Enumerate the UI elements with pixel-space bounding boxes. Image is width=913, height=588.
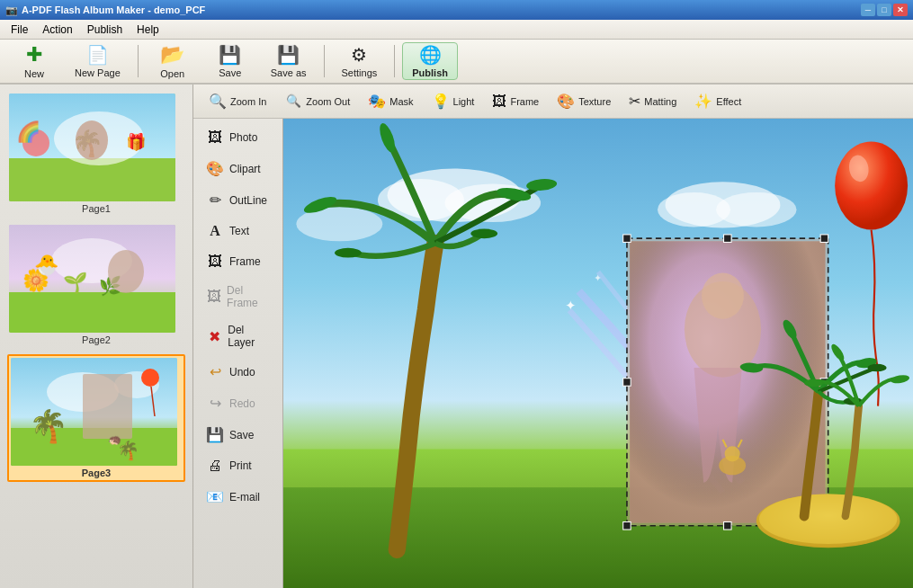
menu-help[interactable]: Help [130, 22, 166, 38]
tool-print[interactable]: 🖨 Print [196, 451, 280, 480]
zoom-in-button[interactable]: 🔍 Zoom In [201, 89, 274, 114]
menu-action[interactable]: Action [35, 22, 79, 38]
open-icon: 📂 [160, 43, 184, 67]
del-layer-icon: ✖ [206, 328, 222, 345]
page-thumb-1[interactable]: 🌈 🌴 🎁 Page1 [7, 92, 185, 216]
svg-text:🎁: 🎁 [126, 132, 147, 152]
save-as-label: Save as [271, 67, 307, 78]
outline-icon: ✏ [206, 192, 224, 209]
new-button[interactable]: ✚ New [7, 42, 61, 80]
tool-clipart[interactable]: 🎨 Clipart [196, 154, 280, 183]
frame-tool-icon: 🖼 [206, 254, 224, 270]
new-page-label: New Page [75, 67, 121, 78]
page-panel: 🌈 🌴 🎁 Page1 [0, 85, 193, 588]
menu-publish[interactable]: Publish [80, 22, 130, 38]
print-icon: 🖨 [206, 458, 224, 474]
light-label: Light [453, 96, 475, 107]
effect-label: Effect [716, 96, 741, 107]
tool-text[interactable]: A Text [196, 217, 280, 245]
svg-rect-9 [9, 292, 175, 333]
svg-point-41 [335, 248, 362, 258]
light-button[interactable]: 💡 Light [424, 89, 483, 114]
svg-point-51 [702, 273, 744, 319]
left-tools-panel: 🖼 Photo 🎨 Clipart ✏ OutLine A Text 🖼 [193, 119, 283, 588]
scene-svg: ✦ ✦ ✦ ✦ [283, 119, 913, 588]
tool-redo-label: Redo [229, 397, 255, 410]
tool-email-label: E-mail [229, 491, 260, 503]
text-tool-icon: A [206, 223, 224, 239]
bottom-content: 🖼 Photo 🎨 Clipart ✏ OutLine A Text 🖼 [193, 119, 913, 588]
tool-email[interactable]: 📧 E-mail [196, 482, 280, 512]
new-icon: ✚ [26, 43, 42, 67]
page3-thumbnail: 🌴 🌴 🦔 [11, 358, 177, 466]
toolbar-separator-2 [324, 45, 325, 77]
tool-photo[interactable]: 🖼 Photo [196, 123, 280, 152]
new-label: New [24, 68, 44, 79]
minimize-button[interactable]: ─ [861, 4, 875, 16]
menu-file[interactable]: File [4, 22, 35, 38]
mask-icon: 🎭 [368, 93, 386, 110]
publish-button[interactable]: 🌐 Publish [402, 42, 458, 80]
clipart-icon: 🎨 [206, 160, 224, 177]
tool-del-layer-label: Del Layer [228, 324, 270, 349]
redo-icon: ↪ [206, 395, 224, 412]
save-label: Save [219, 67, 241, 78]
tool-redo: ↪ Redo [196, 388, 280, 418]
toolbar-separator-1 [138, 45, 139, 77]
matting-button[interactable]: ✂ Matting [621, 89, 685, 114]
tool-del-layer[interactable]: ✖ Del Layer [196, 317, 280, 355]
tool-save[interactable]: 💾 Save [196, 420, 280, 450]
zoom-in-label: Zoom In [230, 96, 266, 107]
tool-outline[interactable]: ✏ OutLine [196, 185, 280, 215]
page1-thumbnail: 🌈 🌴 🎁 [9, 94, 175, 201]
page3-label: Page3 [11, 468, 182, 478]
svg-text:🌈: 🌈 [16, 120, 41, 144]
publish-label: Publish [412, 67, 448, 78]
toolbar-separator-3 [394, 45, 395, 77]
svg-rect-23 [83, 374, 132, 439]
svg-point-6 [76, 120, 108, 160]
publish-icon: 🌐 [419, 44, 442, 66]
tool-undo-label: Undo [229, 366, 255, 379]
page1-scene: 🌈 🌴 🎁 [9, 94, 175, 201]
new-page-button[interactable]: 📄 New Page [65, 42, 130, 80]
settings-icon: ⚙ [351, 44, 367, 66]
tool-del-frame-label: Del Frame [227, 284, 270, 309]
new-page-icon: 📄 [86, 44, 109, 66]
edit-toolbar: 🔍 Zoom In 🔍 Zoom Out 🎭 Mask 💡 Light 🖼 Fr… [193, 85, 913, 119]
save-icon: 💾 [219, 44, 241, 66]
svg-point-70 [804, 379, 823, 388]
tool-del-frame: 🖼 Del Frame [196, 278, 280, 316]
mask-button[interactable]: 🎭 Mask [360, 89, 421, 114]
open-button[interactable]: 📂 Open [146, 42, 200, 80]
save-as-button[interactable]: 💾 Save as [261, 42, 317, 80]
app-title: A-PDF Flash Album Maker - demo_PCF [22, 4, 205, 15]
svg-point-64 [759, 494, 897, 544]
texture-button[interactable]: 🎨 Texture [549, 89, 619, 114]
texture-icon: 🎨 [557, 93, 575, 110]
tool-undo[interactable]: ↩ Undo [196, 357, 280, 387]
svg-point-20 [141, 369, 159, 387]
page-thumb-2[interactable]: 🌼 🌱 🌿 🐣 Page2 [7, 223, 185, 347]
page2-thumbnail: 🌼 🌱 🌿 🐣 [9, 225, 175, 333]
svg-point-14 [108, 250, 144, 293]
page1-label: Page1 [9, 203, 183, 214]
settings-button[interactable]: ⚙ Settings [332, 42, 388, 80]
svg-point-32 [716, 192, 796, 227]
tool-text-label: Text [229, 225, 249, 237]
zoom-in-icon: 🔍 [209, 93, 227, 110]
effect-button[interactable]: ✨ Effect [686, 89, 749, 114]
zoom-out-button[interactable]: 🔍 Zoom Out [276, 89, 358, 114]
tool-frame[interactable]: 🖼 Frame [196, 247, 280, 276]
svg-rect-58 [623, 521, 631, 530]
matting-icon: ✂ [629, 93, 640, 110]
svg-rect-56 [623, 379, 631, 387]
maximize-button[interactable]: □ [877, 4, 891, 16]
close-button[interactable]: ✕ [893, 4, 908, 16]
canvas-area[interactable]: ✦ ✦ ✦ ✦ [283, 119, 913, 588]
zoom-out-label: Zoom Out [306, 96, 350, 107]
frame-button[interactable]: 🖼 Frame [484, 89, 547, 114]
app-icon: 📷 [5, 4, 18, 16]
page-thumb-3[interactable]: 🌴 🌴 🦔 Page3 [7, 354, 185, 482]
save-button[interactable]: 💾 Save [203, 42, 257, 80]
